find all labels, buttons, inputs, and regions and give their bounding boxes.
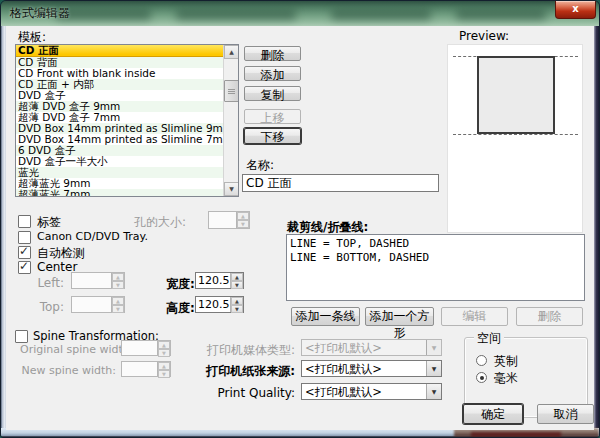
template-list-item[interactable]: DVD 盒子 (16, 90, 223, 101)
template-list-item[interactable]: CD 背面 (16, 57, 223, 68)
spin-down-icon[interactable]: ▼ (112, 305, 124, 313)
canon-tray-label: Canon CD/DVD Tray. (37, 230, 148, 243)
left-label: Left: (24, 276, 64, 290)
mm-radio[interactable] (476, 372, 487, 383)
template-list-item[interactable]: 超薄 DVD 盒子 9mm (16, 101, 223, 112)
inch-radio-label: 英制 (494, 353, 518, 370)
hole-size-input[interactable] (209, 212, 236, 228)
titlebar-reflection (331, 10, 431, 20)
titlebar-reflection (456, 10, 546, 20)
scroll-down-icon[interactable]: ▼ (224, 182, 239, 196)
printer-media-type-combobox[interactable]: <打印机默认> ▼ (301, 339, 442, 356)
spin-up-icon[interactable]: ▲ (237, 212, 249, 220)
add-line-button[interactable]: 添加一条线 (291, 307, 360, 326)
titlebar-reflection (176, 10, 296, 20)
check-icon: ✓ (19, 259, 29, 273)
top-spinner[interactable]: ▲▼ (71, 296, 125, 313)
copy-template-button[interactable]: 复制 (244, 86, 301, 101)
units-group-title: 空间 (474, 330, 504, 347)
label-checkbox[interactable] (18, 215, 31, 228)
left-input[interactable] (72, 273, 111, 288)
hole-size-spinner[interactable]: ▲▼ (208, 211, 250, 229)
original-spine-width-label: Original spine width: (20, 343, 116, 356)
template-list-item[interactable]: 蓝光 (16, 167, 223, 178)
check-icon: ✓ (19, 244, 29, 258)
titlebar-reflection (56, 10, 151, 20)
new-spine-spinner[interactable]: ▲▼ (121, 361, 171, 377)
combo-value: <打印机默认> (305, 341, 382, 355)
template-listbox[interactable]: CD 正面CD 背面CD Front with blank insideCD 正… (15, 44, 239, 197)
add-template-button[interactable]: 添加 (244, 66, 301, 81)
template-list-item[interactable]: DVD Box 14mm printed as Slimline 9mm (16, 123, 223, 134)
name-input[interactable] (242, 174, 439, 192)
delete-template-button[interactable]: 删除 (244, 46, 301, 61)
inch-radio[interactable] (476, 355, 487, 366)
ok-button[interactable]: 确定 (463, 404, 523, 424)
spin-up-icon[interactable]: ▲ (112, 273, 124, 281)
printer-paper-source-combobox[interactable]: <打印机默认> ▼ (301, 360, 442, 377)
spin-up-icon[interactable]: ▲ (112, 297, 124, 305)
height-input[interactable] (196, 297, 230, 312)
dialog-client-area: 模板: CD 正面CD 背面CD Front with blank inside… (6, 26, 594, 430)
hole-size-label: 孔的大小: (86, 214, 186, 231)
height-label: 高度: (166, 300, 195, 317)
frame-reflection (471, 432, 561, 437)
template-list-item[interactable]: DVD Box 14mm printed as Slimline 7mm (16, 134, 223, 145)
spin-down-icon[interactable]: ▼ (237, 220, 249, 228)
spin-down-icon[interactable]: ▼ (112, 281, 124, 289)
spin-down-icon[interactable]: ▼ (231, 281, 243, 289)
scroll-up-icon[interactable]: ▲ (224, 45, 239, 59)
preview-label: Preview: (459, 29, 509, 43)
new-spine-input[interactable] (122, 362, 157, 376)
template-list-item[interactable]: 超薄 DVD 盒子 7mm (16, 112, 223, 123)
spin-up-icon[interactable]: ▲ (231, 297, 243, 305)
original-spine-spinner[interactable]: ▲▼ (121, 340, 171, 356)
center-checkbox[interactable]: ✓ (18, 261, 31, 274)
window-title: 格式编辑器 (10, 5, 70, 22)
printer-paper-source-label: 打印机纸张来源: (196, 363, 295, 380)
edit-line-button[interactable]: 编辑 (441, 307, 508, 326)
label-checkbox-label: 标签 (37, 214, 61, 231)
combo-value: <打印机默认> (305, 385, 382, 399)
close-button[interactable]: x (555, 1, 596, 19)
move-down-button[interactable]: 下移 (244, 128, 301, 144)
template-list-item[interactable]: DVD 盒子一半大小 (16, 156, 223, 167)
cut-lines-textarea[interactable]: LINE = TOP, DASHED LINE = BOTTOM, DASHED (286, 234, 585, 301)
title-bar[interactable]: 格式编辑器 x (1, 1, 599, 26)
height-spinner[interactable]: ▲▼ (195, 296, 244, 313)
template-list-item[interactable]: CD Front with blank inside (16, 68, 223, 79)
template-list-item[interactable]: 超薄蓝光 9mm (16, 178, 223, 189)
scrollbar-thumb[interactable] (224, 80, 239, 102)
template-list-item[interactable]: CD 正面 + 内部 (16, 79, 223, 90)
autodetect-checkbox[interactable]: ✓ (18, 246, 31, 259)
cancel-button[interactable]: 取消 (537, 404, 594, 424)
move-up-button[interactable]: 上移 (244, 109, 301, 124)
canon-tray-checkbox[interactable] (18, 231, 31, 244)
delete-line-button[interactable]: 删除 (516, 307, 583, 326)
chevron-down-icon[interactable]: ▼ (426, 361, 441, 376)
top-label: Top: (24, 300, 64, 314)
chevron-down-icon[interactable]: ▼ (426, 340, 441, 355)
spin-up-icon[interactable]: ▲ (231, 273, 243, 281)
add-square-button[interactable]: 添加一个方形 (365, 307, 434, 326)
top-input[interactable] (72, 297, 111, 312)
width-spinner[interactable]: ▲▼ (195, 272, 244, 289)
template-list-item[interactable]: 6 DVD 盒子 (16, 145, 223, 156)
spin-up-icon[interactable]: ▲ (158, 362, 170, 370)
spin-down-icon[interactable]: ▼ (231, 305, 243, 313)
left-spinner[interactable]: ▲▼ (71, 272, 125, 289)
new-spine-width-label: New spine width: (20, 364, 116, 377)
spin-up-icon[interactable]: ▲ (158, 341, 170, 349)
template-list-item[interactable]: 超薄蓝光 7mm (16, 189, 223, 197)
spin-down-icon[interactable]: ▼ (158, 349, 170, 357)
format-editor-dialog: 格式编辑器 x 模板: CD 正面CD 背面CD Front with blan… (0, 0, 600, 438)
spine-transformation-checkbox[interactable] (15, 330, 28, 343)
chevron-down-icon[interactable]: ▼ (426, 384, 441, 399)
spin-down-icon[interactable]: ▼ (158, 370, 170, 378)
template-list-item[interactable]: CD 正面 (16, 45, 223, 57)
print-quality-combobox[interactable]: <打印机默认> ▼ (301, 383, 442, 400)
print-quality-label: Print Quality: (196, 386, 295, 400)
original-spine-input[interactable] (122, 341, 157, 355)
list-scrollbar[interactable]: ▲ ▼ (223, 45, 238, 196)
width-input[interactable] (196, 273, 230, 288)
